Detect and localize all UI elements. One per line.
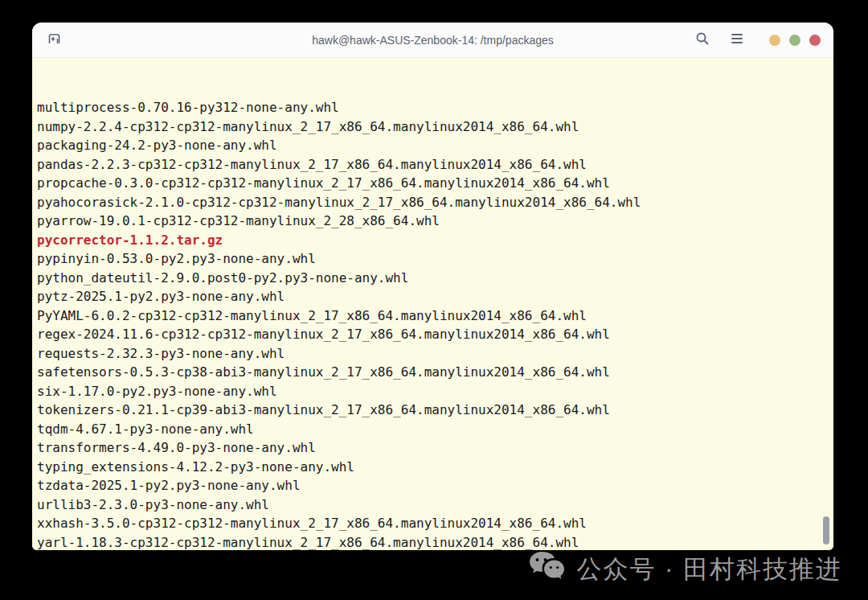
terminal-line: pycorrector-1.1.2.tar.gz [37,231,833,250]
terminal-line: transformers-4.49.0-py3-none-any.whl [37,438,833,458]
terminal-line: python_dateutil-2.9.0.post0-py2.py3-none… [37,269,833,288]
terminal-line: PyYAML-6.0.2-cp312-cp312-manylinux_2_17_… [37,306,833,326]
menu-button[interactable] [729,31,745,48]
scrollbar-thumb[interactable] [823,516,829,545]
watermark: 公众号 · 田村科技推进 [528,550,842,589]
terminal-line: numpy-2.2.4-cp312-cp312-manylinux_2_17_x… [37,117,833,137]
close-button[interactable] [809,35,821,46]
terminal-line: tzdata-2025.1-py2.py3-none-any.whl [37,476,833,495]
wechat-icon [528,550,565,589]
watermark-text: 公众号 · 田村科技推进 [576,553,842,586]
terminal-line: regex-2024.11.6-cp312-cp312-manylinux_2_… [37,325,833,344]
new-tab-button[interactable] [45,30,63,51]
maximize-button[interactable] [789,35,800,46]
terminal-line: multiprocess-0.70.16-py312-none-any.whl [37,98,833,117]
terminal-line: tokenizers-0.21.1-cp39-abi3-manylinux_2_… [37,401,833,420]
terminal-line: urllib3-2.3.0-py3-none-any.whl [37,495,833,515]
terminal-line: pyahocorasick-2.1.0-cp312-cp312-manylinu… [37,193,833,212]
search-icon [695,31,710,48]
terminal-line: pandas-2.2.3-cp312-cp312-manylinux_2_17_… [37,155,833,175]
hamburger-menu-icon [731,33,743,47]
terminal-line: requests-2.32.3-py3-none-any.whl [37,344,833,364]
terminal-line: pyarrow-19.0.1-cp312-cp312-manylinux_2_2… [37,212,833,231]
search-button[interactable] [694,30,711,50]
terminal-line: pytz-2025.1-py2.py3-none-any.whl [37,287,833,306]
terminal-window: hawk@hawk-ASUS-Zenbook-14: /tmp/packages [32,23,833,550]
terminal-output[interactable]: multiprocess-0.70.16-py312-none-any.whln… [32,59,833,550]
minimize-button[interactable] [769,35,780,46]
terminal-line: propcache-0.3.0-cp312-cp312-manylinux_2_… [37,174,833,193]
terminal-line: tqdm-4.67.1-py3-none-any.whl [37,420,833,439]
terminal-line: pypinyin-0.53.0-py2.py3-none-any.whl [37,249,833,269]
terminal-lines: multiprocess-0.70.16-py312-none-any.whln… [37,98,833,550]
terminal-line: xxhash-3.5.0-cp312-cp312-manylinux_2_17_… [37,514,833,533]
titlebar: hawk@hawk-ASUS-Zenbook-14: /tmp/packages [32,23,833,58]
terminal-line: safetensors-0.5.3-cp38-abi3-manylinux_2_… [37,363,833,382]
terminal-line: packaging-24.2-py3-none-any.whl [37,136,833,155]
terminal-line: yarl-1.18.3-cp312-cp312-manylinux_2_17_x… [37,533,833,551]
window-title: hawk@hawk-ASUS-Zenbook-14: /tmp/packages [312,34,554,47]
window-controls [769,35,821,46]
new-tab-icon [47,31,62,49]
terminal-line: six-1.17.0-py2.py3-none-any.whl [37,382,833,401]
terminal-line: typing_extensions-4.12.2-py3-none-any.wh… [37,458,833,477]
